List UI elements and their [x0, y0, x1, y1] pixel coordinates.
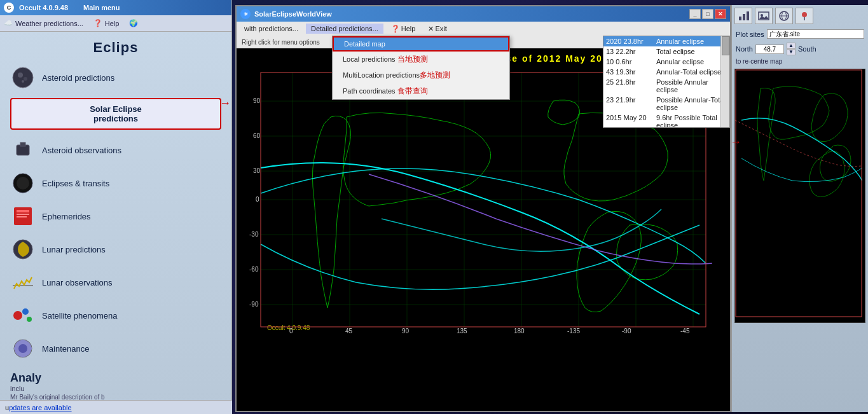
- globe-button[interactable]: [775, 8, 793, 24]
- chart-button[interactable]: [734, 8, 752, 24]
- eclipse-list-item[interactable]: 10 0.6hr Annular eclipse: [603, 57, 729, 67]
- sidebar-item-lunar-observations[interactable]: Lunar observations: [0, 266, 231, 299]
- ephemerides-label: Ephemerides: [42, 212, 91, 221]
- north-down-arrow[interactable]: ▼: [787, 49, 796, 55]
- maximize-button[interactable]: □: [702, 9, 713, 19]
- svg-text:-45: -45: [680, 328, 690, 335]
- north-south-row: North ▲ ▼ South: [732, 41, 868, 57]
- eclipse-list-item[interactable]: 43 19.3hr Annular-Total eclipse: [603, 67, 729, 77]
- menu-detailed-predictions[interactable]: Detailed predictions...: [306, 24, 383, 34]
- svg-point-25: [17, 177, 29, 190]
- north-spinner[interactable]: ▲ ▼: [787, 43, 796, 55]
- svg-point-81: [802, 12, 807, 17]
- sevw-logo-icon: ☀: [240, 9, 251, 19]
- svg-rect-39: [14, 347, 18, 350]
- eclipse-list-item[interactable]: 2020 23.8hr Annular eclipse: [603, 36, 729, 46]
- close-button[interactable]: ✕: [715, 9, 726, 19]
- svg-rect-29: [17, 216, 27, 217]
- svg-point-19: [18, 72, 23, 78]
- nav-weather[interactable]: ☁️ Weather predictions...: [4, 19, 83, 27]
- svg-text:-90: -90: [249, 301, 259, 308]
- occult-title: Occult 4.0.9.48: [19, 4, 68, 11]
- svg-text:180: 180: [514, 328, 525, 335]
- analysis-title: Analy: [10, 371, 221, 385]
- nav-help[interactable]: ❓ Help: [93, 19, 120, 27]
- satellite-phenomena-label: Satellite phenomena: [42, 311, 118, 321]
- lunar-predictions-label: Lunar predictions: [42, 245, 106, 254]
- svg-text:135: 135: [457, 328, 467, 335]
- svg-text:-60: -60: [249, 266, 259, 273]
- svg-text:Occult 4.0.9.48: Occult 4.0.9.48: [267, 324, 310, 331]
- sidebar-item-satellite-phenomena[interactable]: Satellite phenomena: [0, 299, 231, 332]
- north-input[interactable]: [755, 45, 784, 54]
- multilocation-label: MultiLocation predictions: [343, 71, 420, 79]
- plot-sites-label: Plot sites: [736, 31, 764, 38]
- path-coordinates-label: Path coordinates: [343, 87, 397, 95]
- eclipse-list-scrollbar[interactable]: [720, 36, 729, 127]
- dropdown-multilocation-predictions[interactable]: MultiLocation predictions多地预测: [333, 67, 509, 83]
- svg-rect-40: [28, 347, 32, 350]
- recentre-text: to re-centre map: [732, 57, 868, 66]
- updates-link[interactable]: pdates are available: [9, 404, 71, 411]
- dropdown-local-predictions[interactable]: Local predictions 当地预测: [333, 52, 509, 67]
- asteroid-predictions-icon: [10, 65, 36, 90]
- sevw-window: ☀ SolarEclipseWorldView _ □ ✕ with predi…: [235, 5, 731, 412]
- svg-text:-90: -90: [622, 328, 631, 335]
- menu-with-predictions[interactable]: with predictions...: [239, 24, 303, 34]
- occult-main-menu[interactable]: Main menu: [83, 4, 120, 11]
- south-label: South: [798, 45, 816, 53]
- eclipse-list-panel: 2020 23.8hr Annular eclipse 13 22.2hr To…: [603, 36, 730, 128]
- svg-text:90: 90: [402, 328, 410, 335]
- sidebar-item-maintenance[interactable]: Maintenance: [0, 332, 231, 365]
- sidebar-item-asteroid-predictions[interactable]: Asteroid predictions: [0, 61, 231, 94]
- eclipses-header: Eclips: [0, 39, 231, 56]
- sevw-window-controls: _ □ ✕: [689, 9, 726, 19]
- svg-text:-30: -30: [249, 231, 259, 238]
- sevw-title: SolarEclipseWorldView: [254, 10, 332, 18]
- sevw-titlebar: ☀ SolarEclipseWorldView _ □ ✕: [237, 6, 730, 22]
- sidebar-item-ephemerides[interactable]: Ephemerides: [0, 200, 231, 233]
- svg-rect-82: [736, 70, 862, 317]
- svg-rect-27: [17, 210, 29, 212]
- right-sidebar-panel: Plot sites North ▲ ▼ South to re-centre …: [731, 5, 868, 412]
- scrollbar-thumb[interactable]: [722, 36, 729, 55]
- local-predictions-label: Local predictions: [343, 55, 397, 63]
- updates-bar: u pdates are available: [0, 400, 232, 414]
- svg-text:90: 90: [253, 97, 261, 104]
- arrow-to-right-sidebar: →: [730, 135, 741, 149]
- nav-planet[interactable]: 🌍: [129, 19, 138, 27]
- lunar-observations-icon: [10, 270, 36, 295]
- svg-point-21: [22, 80, 24, 83]
- svg-rect-23: [20, 142, 25, 146]
- help-icon: ❓: [93, 19, 102, 27]
- image-button[interactable]: [755, 8, 773, 24]
- solar-eclipse-predictions-button[interactable]: Solar Eclipsepredictions: [10, 98, 221, 130]
- north-up-arrow[interactable]: ▲: [787, 43, 796, 49]
- menu-help[interactable]: ❓ Help: [386, 24, 421, 34]
- eclipse-list-item[interactable]: 13 22.2hr Total eclipse: [603, 46, 729, 57]
- menu-exit[interactable]: ✕ Exit: [423, 24, 451, 34]
- svg-text:0: 0: [256, 196, 259, 203]
- svg-text:-135: -135: [567, 328, 580, 335]
- eclipse-list-item[interactable]: 2015 May 20 9.6hr Possible Total eclipse: [603, 113, 729, 128]
- asteroid-observations-label: Asteroid observations: [42, 146, 121, 155]
- sidebar-items: Asteroid predictions Solar Eclipsepredic…: [0, 61, 231, 365]
- svg-point-32: [13, 311, 22, 320]
- dropdown-detailed-map[interactable]: Detailed map: [333, 36, 509, 52]
- asteroid-observations-icon: [10, 137, 36, 163]
- occult-panel: C Occult 4.0.9.48 Main menu ☁️ Weather p…: [0, 0, 232, 414]
- sidebar-item-asteroid-observations[interactable]: Asteroid observations: [0, 134, 231, 167]
- svg-text:30: 30: [253, 167, 261, 174]
- right-sidebar-map: [734, 69, 865, 323]
- dropdown-path-coordinates[interactable]: Path coordinates 食带查询: [333, 83, 509, 99]
- exit-icon: ✕: [428, 25, 434, 33]
- eclipse-list-item[interactable]: 25 21.8hr Possible Annular eclipse: [603, 77, 729, 95]
- sidebar-item-eclipses-transits[interactable]: Eclipses & transits: [0, 167, 231, 200]
- minimize-button[interactable]: _: [689, 9, 701, 19]
- sidebar-item-lunar-predictions[interactable]: Lunar predictions: [0, 233, 231, 266]
- svg-rect-74: [743, 14, 745, 20]
- pin-button[interactable]: [796, 8, 813, 24]
- eclipse-list-item[interactable]: 23 21.9hr Possible Annular-Total eclipse: [603, 95, 729, 113]
- plot-sites-input[interactable]: [767, 29, 864, 39]
- svg-point-20: [24, 77, 27, 81]
